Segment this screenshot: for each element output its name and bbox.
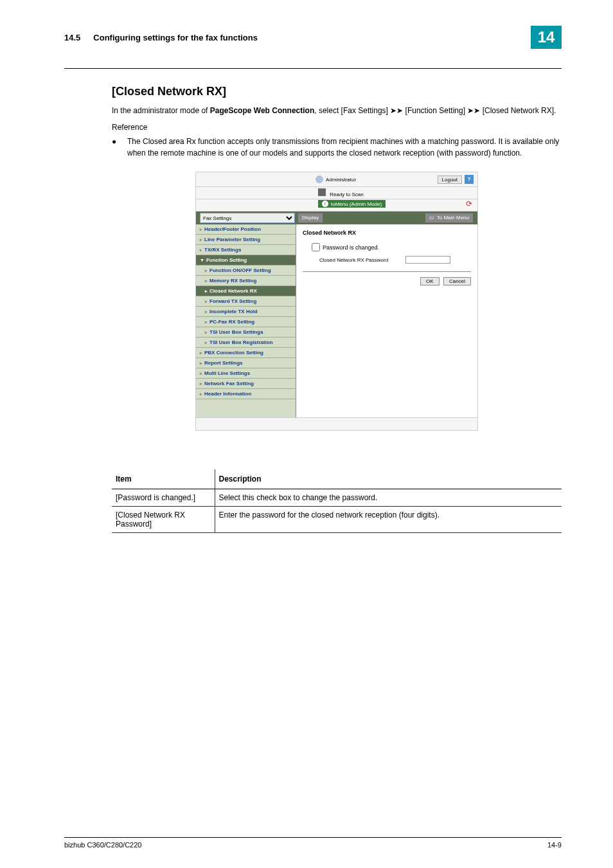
category-dropdown[interactable]: Fax Settings [200,213,295,223]
table-row: [Closed Network RX Password]Enter the pa… [112,507,562,533]
chevron-right-icon: ▸ [205,320,208,324]
sidebar-item[interactable]: ▸TSI User Box Registration [196,338,296,348]
chevron-right-icon: ▸ [200,361,202,365]
table-cell-desc: Select this check box to change the pass… [215,489,562,507]
mode-badge[interactable]: i toMenu (Admin Mode) [318,200,386,208]
description-table: Item Description [Password is changed.]S… [112,469,562,533]
info-icon: i [322,201,328,207]
intro-suffix: , select [Fax Settings] ➤➤ [Function Set… [314,106,556,115]
intro-prefix: In the administrator mode of [112,106,210,115]
chevron-down-icon: ▼ [200,258,204,262]
chevron-right-icon: ▸ [200,392,202,396]
chevron-right-icon: ▸ [205,268,208,273]
sidebar-item-label: Incomplete TX Hold [209,309,258,314]
ready-label: Ready to Scan [330,192,363,197]
sidebar-item[interactable]: ▸TSI User Box Settings [196,327,296,338]
ok-button[interactable]: OK [420,277,440,285]
cancel-button[interactable]: Cancel [443,277,471,285]
footer-right: 14-9 [547,841,562,849]
sidebar-item[interactable]: ▸Forward TX Setting [196,296,296,307]
intro-paragraph: In the administrator mode of PageScope W… [112,105,562,116]
sidebar-item-label: PC-Fax RX Setting [209,319,254,325]
chevron-right-icon: ▸ [200,237,202,242]
section-number: 14.5 [64,33,80,42]
refresh-icon[interactable]: ⟳ [465,199,474,208]
chapter-badge: 14 [531,26,562,49]
chevron-right-icon: ▸ [200,227,202,231]
mode-label: toMenu (Admin Mode) [331,201,382,207]
section-title: Configuring settings for the fax functio… [93,33,531,42]
bottom-bar [196,417,477,430]
admin-icon [315,176,323,183]
chevron-right-icon: ▸ [205,289,208,293]
password-input[interactable] [405,256,450,264]
sidebar-item[interactable]: ▸Multi Line Settings [196,368,296,379]
table-header-item: Item [112,469,215,489]
chevron-right-icon: ▸ [200,248,202,252]
table-cell-item: [Password is changed.] [112,489,215,507]
password-changed-label: Password is changed. [323,244,379,251]
sidebar-item[interactable]: ▸Closed Network RX [196,286,296,296]
chevron-right-icon: ▸ [200,381,202,386]
reference-label: Reference [112,123,562,132]
chevron-right-icon: ▸ [205,330,208,334]
table-cell-item: [Closed Network RX Password] [112,507,215,533]
main-menu-button[interactable]: ▭ To Main Menu [425,213,474,223]
sidebar-item-label: Memory RX Setting [209,278,256,284]
sidebar-item-label: Closed Network RX [209,288,257,294]
sidebar-item[interactable]: ▸Incomplete TX Hold [196,307,296,317]
sidebar-item-label: Network Fax Setting [204,381,254,386]
header-divider [64,68,562,69]
sidebar-item-label: TSI User Box Settings [209,329,263,335]
sidebar-item-label: Multi Line Settings [204,370,250,376]
page-title: [Closed Network RX] [112,85,562,98]
help-icon[interactable]: ? [465,175,474,184]
sidebar-item[interactable]: ▸Network Fax Setting [196,379,296,389]
intro-bold: PageScope Web Connection [210,106,314,115]
chevron-right-icon: ▸ [205,340,208,345]
sidebar-item-label: Forward TX Setting [209,298,256,304]
password-field-label: Closed Network RX Password [309,257,405,263]
sidebar-item[interactable]: ▸Report Settings [196,358,296,368]
display-button[interactable]: Display [298,213,323,223]
panel-title: Closed Network RX [303,230,471,236]
mainmenu-label: To Main Menu [437,213,469,222]
table-header-desc: Description [215,469,562,489]
logout-button[interactable]: Logout [438,176,462,184]
chevron-right-icon: ▸ [205,299,208,303]
printer-icon [318,188,326,196]
sidebar-item-label: Header/Footer Position [204,226,261,232]
sidebar-item[interactable]: ▼Function Setting [196,255,296,266]
chevron-right-icon: ▸ [205,309,208,314]
footer-left: bizhub C360/C280/C220 [64,841,141,849]
chevron-right-icon: ▸ [200,350,202,355]
sidebar-item[interactable]: ▸Line Parameter Setting [196,235,296,245]
screenshot-mock: Administrator Logout ? Ready to Scan i t… [195,172,478,431]
sidebar-item-label: TSI User Box Registration [209,339,273,345]
password-changed-checkbox[interactable] [312,243,320,251]
sidebar-item[interactable]: ▸Function ON/OFF Setting [196,266,296,276]
sidebar: ▸Header/Footer Position▸Line Parameter S… [196,224,296,417]
sidebar-item-label: PBX Connection Setting [204,350,263,356]
sidebar-item[interactable]: ▸PC-Fax RX Setting [196,317,296,327]
mainmenu-icon: ▭ [429,213,434,222]
sidebar-item-label: Header Information [204,391,251,397]
panel-divider [303,271,471,272]
table-row: [Password is changed.]Select this check … [112,489,562,507]
status-left: Ready to Scan [318,188,364,197]
chevron-right-icon: ▸ [205,278,208,283]
sidebar-item[interactable]: ▸TX/RX Settings [196,245,296,255]
sidebar-item-label: Report Settings [204,360,243,366]
sidebar-item-label: Function Setting [206,257,247,263]
chevron-right-icon: ▸ [200,371,202,375]
sidebar-item[interactable]: ▸Header/Footer Position [196,224,296,235]
sidebar-item-label: Line Parameter Setting [204,237,260,242]
bullet-text: The Closed area Rx function accepts only… [127,136,562,159]
admin-label: Administrator [326,177,356,183]
sidebar-item[interactable]: ▸PBX Connection Setting [196,348,296,358]
bullet-mark: ● [112,136,127,159]
sidebar-item[interactable]: ▸Memory RX Setting [196,276,296,286]
sidebar-item-label: Function ON/OFF Setting [209,267,271,273]
sidebar-item-label: TX/RX Settings [204,247,241,253]
sidebar-item[interactable]: ▸Header Information [196,389,296,399]
